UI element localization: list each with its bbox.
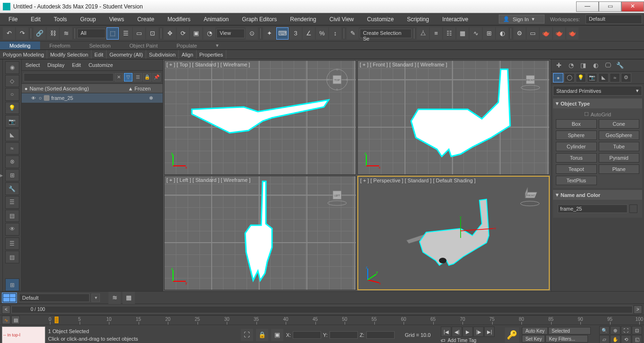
menu-grapheditors[interactable]: Graph Editors <box>235 13 283 25</box>
fov-button[interactable]: ▱ <box>599 335 610 343</box>
lights-tab[interactable]: 💡 <box>576 73 586 82</box>
manipulate-button[interactable]: ✦ <box>263 27 275 40</box>
keyframe-marker[interactable] <box>55 317 58 323</box>
zoom-all-button[interactable]: ⊕ <box>610 326 620 335</box>
se-tab-edit[interactable]: Edit <box>72 62 81 68</box>
list-item[interactable]: 👁 ○ frame_25 ❄ <box>22 93 163 103</box>
scale-button[interactable]: ▣ <box>190 27 202 40</box>
ts-prev[interactable]: < <box>2 305 10 314</box>
ribbon-tab-freeform[interactable]: Freeform <box>40 41 80 49</box>
spinner-snap-button[interactable]: ↕ <box>329 27 341 40</box>
keyfilters-button[interactable]: Key Filters... <box>545 335 588 343</box>
se-selset-button[interactable]: ☰ <box>133 73 142 82</box>
z-input[interactable] <box>366 331 395 339</box>
motion-tab[interactable]: ◐ <box>590 61 601 70</box>
rollout-header[interactable]: ▾Object Type <box>553 98 642 108</box>
pyramid-button[interactable]: Pyramid <box>599 153 640 163</box>
menu-edit[interactable]: Edit <box>24 13 47 25</box>
geometry-tab[interactable]: ● <box>553 73 563 82</box>
render-online-button[interactable]: 🫖 <box>566 27 578 40</box>
ref-coord-dropdown[interactable]: View <box>216 29 245 38</box>
abs-transform-icon[interactable]: ▣ <box>271 329 283 341</box>
placement-button[interactable]: ◔ <box>203 27 215 40</box>
ts-track[interactable]: 0 / 100 <box>11 306 633 313</box>
setkey-button[interactable]: Set Key <box>522 335 545 343</box>
display-tool-button[interactable]: 🔧 <box>5 182 19 195</box>
viewcube-icon[interactable]: TOPNEWS <box>325 68 349 91</box>
ribbon-polymodeling[interactable]: Polygon Modeling <box>0 50 47 59</box>
sphere-button[interactable]: Sphere <box>556 131 597 140</box>
display-sep2[interactable]: ☰ <box>5 237 19 250</box>
viewport-label[interactable]: [ + ] [ Left ] [ Standard ] [ Wireframe … <box>166 177 250 183</box>
window-crossing-button[interactable]: ⊡ <box>146 27 158 40</box>
curve-icon[interactable]: ∿ <box>2 316 10 324</box>
display-lights-button[interactable]: 💡 <box>5 102 19 114</box>
torus-button[interactable]: Torus <box>556 153 597 163</box>
ts-next[interactable]: > <box>634 305 642 314</box>
ribbon-modifysel[interactable]: Modify Selection <box>47 50 91 59</box>
spacewarps-tab[interactable]: ≈ <box>610 73 620 82</box>
scene-explorer-toggle[interactable]: ⊞ <box>5 278 19 291</box>
mirror-button[interactable]: ⧊ <box>417 27 429 40</box>
prev-frame[interactable]: ◀| <box>452 327 462 337</box>
ribbon-tab-selection[interactable]: Selection <box>80 41 120 49</box>
undo-button[interactable]: ↶ <box>3 27 15 40</box>
se-search-input[interactable] <box>24 73 114 82</box>
zoom-extents-button[interactable]: ⛶ <box>621 326 631 335</box>
maximize-viewport-button[interactable]: ◱ <box>632 335 642 343</box>
display-cameras-button[interactable]: 📷 <box>5 115 19 128</box>
menu-animation[interactable]: Animation <box>197 13 235 25</box>
menu-group[interactable]: Group <box>74 13 102 25</box>
layer-tool1[interactable]: ≋ <box>108 292 121 304</box>
display-helpers-button[interactable]: ◣ <box>5 129 19 141</box>
render-frame-button[interactable]: ▭ <box>527 27 539 40</box>
ribbon-edit[interactable]: Edit <box>91 50 107 59</box>
menu-modifiers[interactable]: Modifiers <box>161 13 197 25</box>
curve-editor-button[interactable]: ∿ <box>470 27 482 40</box>
render-button[interactable]: 🫖 <box>540 27 552 40</box>
display-containers-button[interactable]: ⊞ <box>5 169 19 182</box>
layer-explorer-button[interactable]: ☷ <box>443 27 455 40</box>
rollout-header[interactable]: ▾Name and Color <box>553 190 642 200</box>
align-button[interactable]: ≡ <box>430 27 442 40</box>
pan-button[interactable]: ✋ <box>610 335 620 343</box>
menu-tools[interactable]: Tools <box>47 13 74 25</box>
se-list[interactable]: 👁 ○ frame_25 ❄ <box>22 93 163 291</box>
viewport-label[interactable]: [ + ] [ Perspective ] [ Standard ] [ Def… <box>360 178 476 183</box>
menu-customize[interactable]: Customize <box>361 13 401 25</box>
next-frame[interactable]: |▶ <box>473 327 484 337</box>
rect-region-button[interactable]: ▭ <box>133 27 145 40</box>
bind-button[interactable]: ≋ <box>60 27 72 40</box>
helpers-tab[interactable]: ◣ <box>598 73 609 82</box>
toggle-ribbon-button[interactable]: ▦ <box>456 27 469 40</box>
angle-snap-button[interactable]: ∠ <box>303 27 315 40</box>
close-button[interactable]: ✕ <box>621 1 644 12</box>
edit-selection-button[interactable]: ✎ <box>347 27 359 40</box>
key-big-button[interactable]: 🔑 <box>505 327 519 343</box>
display-all-button[interactable]: ◉ <box>5 61 19 74</box>
viewport-top[interactable]: [ + ] [ Top ] [ Standard ] [ Wireframe ]… <box>164 60 356 175</box>
geosphere-button[interactable]: GeoSphere <box>599 131 640 140</box>
viewport-left[interactable]: [ + ] [ Left ] [ Standard ] [ Wireframe … <box>164 176 356 290</box>
menu-scripting[interactable]: Scripting <box>400 13 436 25</box>
maxscript-listener[interactable]: -- In top-l <box>2 327 45 343</box>
category-dropdown[interactable]: Standard Primitives ▾ <box>553 86 642 96</box>
se-col-frozen[interactable]: ▲ Frozen <box>116 86 163 91</box>
menu-file[interactable]: File <box>2 13 24 25</box>
timeline-ruler[interactable]: 0510152025303540455055606570758085909510… <box>50 315 639 325</box>
display-sep1[interactable]: ☰ <box>5 196 19 209</box>
workspaces-dropdown[interactable]: Default <box>586 15 642 24</box>
layer-tool2[interactable]: ▦ <box>123 292 135 304</box>
se-col-name[interactable]: Name (Sorted Ascending) <box>30 86 89 91</box>
modify-tab[interactable]: ◔ <box>565 61 577 70</box>
display-geo-button[interactable]: ◇ <box>5 75 19 88</box>
redo-button[interactable]: ↷ <box>16 27 28 40</box>
se-filter-button[interactable]: ▽ <box>124 73 132 82</box>
render-arnold-button[interactable]: 🫖 <box>553 27 565 40</box>
ribbon-geometry[interactable]: Geometry (All) <box>107 50 146 59</box>
goto-end[interactable]: ▶| <box>484 327 495 337</box>
visibility-icon[interactable]: 👁 <box>31 96 37 101</box>
autogrid-check[interactable]: ☐AutoGrid <box>556 111 639 117</box>
se-clear-button[interactable]: ✕ <box>115 73 123 82</box>
box-button[interactable]: Box <box>556 119 597 129</box>
